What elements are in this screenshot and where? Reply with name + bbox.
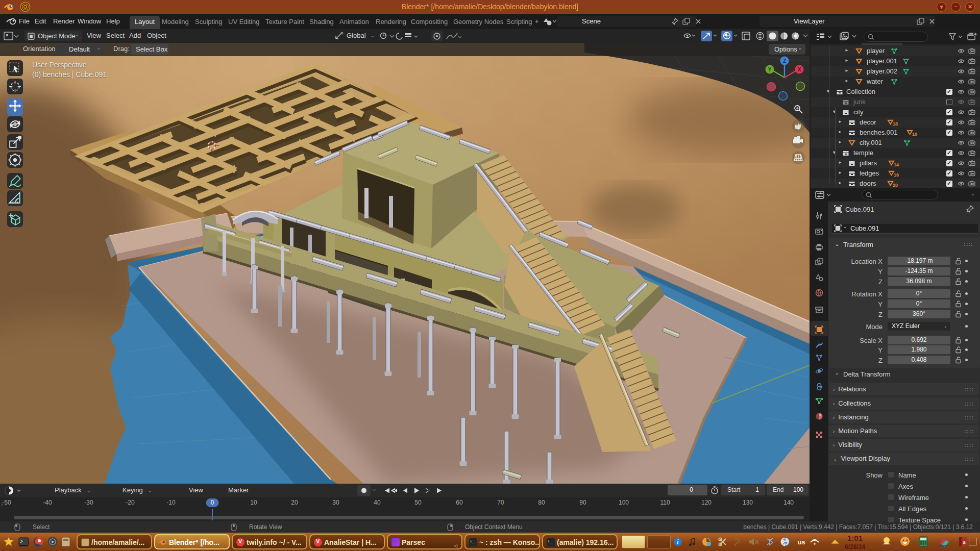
svg-text:us: us bbox=[797, 538, 805, 546]
svg-text:Y: Y bbox=[768, 67, 772, 72]
svg-text:Z: Z bbox=[783, 58, 786, 64]
svg-text:a: a bbox=[963, 539, 966, 545]
svg-text:X: X bbox=[798, 67, 801, 72]
